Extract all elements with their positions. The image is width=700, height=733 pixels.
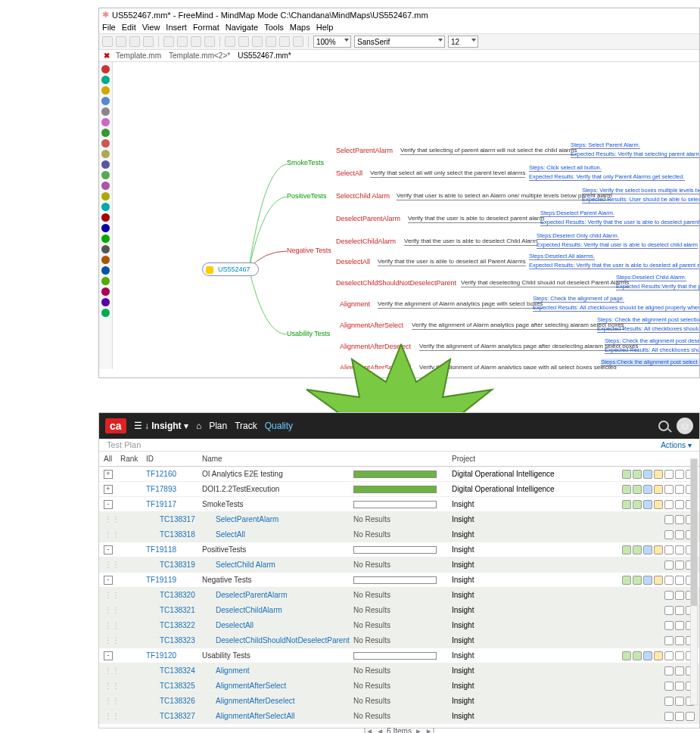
- doc-tab[interactable]: US552467.mm*: [238, 51, 291, 60]
- toolbar-button[interactable]: [266, 36, 276, 47]
- palette-icon[interactable]: [101, 203, 110, 211]
- row-name[interactable]: DeselectChildAlarm: [202, 606, 353, 614]
- testcase-node[interactable]: Alignment: [340, 300, 370, 308]
- row-name[interactable]: AlignmentAfterSelectAll: [202, 712, 353, 720]
- action-icon[interactable]: [654, 576, 663, 585]
- row-id-link[interactable]: TC138325: [146, 682, 202, 690]
- action-icon[interactable]: [622, 651, 631, 660]
- action-icon[interactable]: [675, 470, 684, 479]
- action-icon[interactable]: [643, 485, 652, 494]
- action-icon[interactable]: [622, 485, 631, 494]
- action-icon[interactable]: [664, 606, 674, 615]
- row-id-link[interactable]: TC138323: [146, 636, 202, 644]
- font-select[interactable]: SansSerif: [354, 36, 445, 48]
- toolbar-button[interactable]: [238, 36, 249, 47]
- menu-view[interactable]: View: [142, 23, 160, 32]
- row-name[interactable]: SelectParentAlarm: [202, 515, 353, 523]
- palette-icon[interactable]: [101, 107, 110, 116]
- action-icon[interactable]: [633, 576, 642, 585]
- row-id-link[interactable]: TF19118: [146, 545, 202, 554]
- palette-icon[interactable]: [101, 171, 110, 179]
- row-id-link[interactable]: TF19119: [146, 576, 202, 584]
- palette-icon[interactable]: [101, 309, 110, 317]
- action-icon[interactable]: [633, 470, 642, 479]
- fontsize-select[interactable]: 12: [448, 36, 478, 48]
- pager-prev-icon[interactable]: ◄: [376, 727, 384, 733]
- palette-icon[interactable]: [101, 118, 110, 126]
- col-name[interactable]: Name: [202, 455, 353, 463]
- row-id-link[interactable]: TC138319: [146, 561, 202, 569]
- testcase-node[interactable]: SelectChild Alarm: [336, 192, 390, 200]
- action-icon[interactable]: [654, 545, 663, 554]
- action-icon[interactable]: [664, 576, 674, 585]
- workspace-picker[interactable]: ☰ ↓ Insight ▾: [134, 421, 188, 431]
- nav-quality[interactable]: Quality: [265, 421, 293, 431]
- row-name[interactable]: Alignment: [202, 666, 353, 675]
- action-icon[interactable]: [675, 485, 684, 494]
- action-icon[interactable]: [654, 651, 663, 660]
- category-smoke[interactable]: SmokeTests: [287, 159, 324, 166]
- action-icon[interactable]: [664, 697, 674, 706]
- toolbar-button[interactable]: [191, 36, 201, 47]
- action-icon[interactable]: [675, 666, 684, 676]
- row-name[interactable]: SelectChild Alarm: [202, 561, 353, 569]
- testcase-node[interactable]: DeselectAll: [336, 258, 370, 266]
- action-icon[interactable]: [675, 606, 684, 615]
- action-icon[interactable]: [622, 576, 631, 585]
- row-name[interactable]: SelectAll: [202, 530, 353, 539]
- zoom-select[interactable]: 100%: [313, 36, 351, 48]
- nav-plan[interactable]: Plan: [209, 421, 227, 431]
- toolbar-button[interactable]: [143, 36, 154, 47]
- action-icon[interactable]: [622, 545, 631, 554]
- drag-handle[interactable]: ⋮⋮: [104, 530, 120, 539]
- action-icon[interactable]: [622, 470, 631, 479]
- palette-icon[interactable]: [101, 65, 110, 73]
- action-icon[interactable]: [675, 697, 684, 706]
- action-icon[interactable]: [664, 500, 674, 509]
- action-icon[interactable]: [664, 470, 674, 479]
- toolbar-button[interactable]: [252, 36, 263, 47]
- palette-icon[interactable]: [101, 160, 110, 169]
- row-name[interactable]: AlignmentAfterSelect: [202, 682, 353, 690]
- expand-toggle[interactable]: -: [104, 500, 113, 509]
- avatar[interactable]: ☺: [677, 418, 693, 434]
- drag-handle[interactable]: ⋮⋮: [104, 712, 120, 720]
- action-icon[interactable]: [664, 682, 674, 691]
- category-negative[interactable]: Negative Tests: [287, 247, 331, 254]
- action-icon[interactable]: [675, 530, 684, 539]
- row-id-link[interactable]: TF19120: [146, 651, 202, 660]
- scrollbar[interactable]: [690, 458, 698, 705]
- toolbar-button[interactable]: [177, 36, 188, 47]
- col-all[interactable]: All: [104, 455, 120, 463]
- row-name[interactable]: DeselectAll: [202, 621, 353, 629]
- palette-icon[interactable]: [101, 97, 110, 105]
- menu-navigate[interactable]: Navigate: [226, 23, 258, 32]
- row-id-link[interactable]: TC138322: [146, 621, 202, 629]
- actions-menu[interactable]: Actions ▾: [661, 441, 692, 449]
- nav-home[interactable]: ⌂: [196, 421, 201, 431]
- action-icon[interactable]: [643, 470, 652, 479]
- action-icon[interactable]: [664, 561, 674, 570]
- toolbar-button[interactable]: [129, 36, 140, 47]
- expand-toggle[interactable]: -: [104, 651, 113, 660]
- nav-track[interactable]: Track: [235, 421, 257, 431]
- action-icon[interactable]: [675, 591, 684, 600]
- row-id-link[interactable]: TC138327: [146, 712, 202, 720]
- row-id-link[interactable]: TC138318: [146, 530, 202, 539]
- action-icon[interactable]: [675, 682, 684, 691]
- toolbar-button[interactable]: [279, 36, 290, 47]
- toolbar-button[interactable]: [163, 36, 174, 47]
- action-icon[interactable]: [654, 485, 663, 494]
- row-name[interactable]: DeselectChildShouldNotDeselectParent: [202, 636, 353, 644]
- palette-icon[interactable]: [101, 213, 110, 222]
- menu-insert[interactable]: Insert: [166, 23, 187, 32]
- palette-icon[interactable]: [101, 234, 110, 243]
- palette-icon[interactable]: [101, 266, 110, 275]
- drag-handle[interactable]: ⋮⋮: [104, 591, 120, 599]
- mindmap-root[interactable]: US552467: [202, 262, 259, 276]
- scrollbar-thumb[interactable]: [691, 459, 697, 606]
- testcase-node[interactable]: DeselectChildAlarm: [336, 238, 396, 245]
- expand-toggle[interactable]: -: [104, 576, 113, 585]
- action-icon[interactable]: [675, 576, 684, 585]
- search-icon[interactable]: [658, 421, 669, 431]
